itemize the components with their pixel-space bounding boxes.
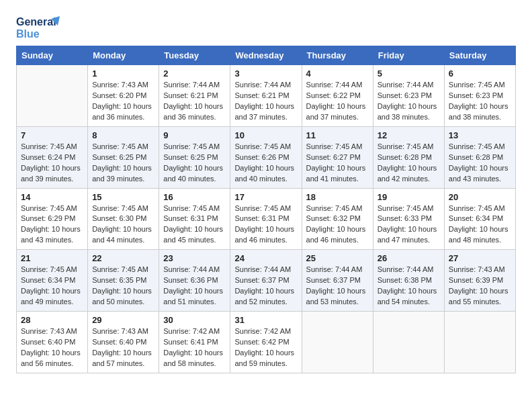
day-detail: Sunrise: 7:45 AM Sunset: 6:24 PM Dayligh… xyxy=(21,142,83,185)
day-number: 22 xyxy=(92,253,154,263)
weekday-header-wednesday: Wednesday xyxy=(230,46,302,65)
day-detail: Sunrise: 7:43 AM Sunset: 6:40 PM Dayligh… xyxy=(92,326,154,369)
weekday-header-monday: Monday xyxy=(88,46,159,65)
calendar-cell: 22Sunrise: 7:45 AM Sunset: 6:35 PM Dayli… xyxy=(88,250,159,312)
day-detail: Sunrise: 7:45 AM Sunset: 6:32 PM Dayligh… xyxy=(306,203,369,246)
day-number: 15 xyxy=(92,192,154,202)
day-number: 9 xyxy=(163,130,226,140)
calendar-cell: 13Sunrise: 7:45 AM Sunset: 6:28 PM Dayli… xyxy=(444,126,515,188)
day-number: 18 xyxy=(306,192,369,202)
day-detail: Sunrise: 7:44 AM Sunset: 6:37 PM Dayligh… xyxy=(306,265,369,308)
calendar-cell: 28Sunrise: 7:43 AM Sunset: 6:40 PM Dayli… xyxy=(17,312,88,373)
day-detail: Sunrise: 7:45 AM Sunset: 6:31 PM Dayligh… xyxy=(234,203,297,246)
calendar-week-row: 1Sunrise: 7:43 AM Sunset: 6:20 PM Daylig… xyxy=(17,65,516,127)
day-number: 6 xyxy=(449,68,511,79)
day-number: 16 xyxy=(163,192,226,202)
day-detail: Sunrise: 7:43 AM Sunset: 6:40 PM Dayligh… xyxy=(21,326,83,369)
calendar-cell: 3Sunrise: 7:44 AM Sunset: 6:21 PM Daylig… xyxy=(230,65,302,127)
day-detail: Sunrise: 7:42 AM Sunset: 6:41 PM Dayligh… xyxy=(163,326,226,369)
calendar-cell: 16Sunrise: 7:45 AM Sunset: 6:31 PM Dayli… xyxy=(159,188,230,250)
day-detail: Sunrise: 7:45 AM Sunset: 6:28 PM Dayligh… xyxy=(378,142,440,185)
page-header: GeneralBlue xyxy=(16,13,516,40)
calendar-cell: 31Sunrise: 7:42 AM Sunset: 6:42 PM Dayli… xyxy=(230,312,302,373)
day-detail: Sunrise: 7:45 AM Sunset: 6:34 PM Dayligh… xyxy=(21,265,83,308)
svg-text:General: General xyxy=(16,16,56,28)
weekday-header-row: SundayMondayTuesdayWednesdayThursdayFrid… xyxy=(17,46,516,65)
day-number: 20 xyxy=(449,192,511,202)
day-detail: Sunrise: 7:45 AM Sunset: 6:25 PM Dayligh… xyxy=(163,142,226,185)
day-number: 1 xyxy=(92,68,154,79)
calendar-cell: 18Sunrise: 7:45 AM Sunset: 6:32 PM Dayli… xyxy=(302,188,373,250)
day-number: 11 xyxy=(306,130,369,140)
day-detail: Sunrise: 7:45 AM Sunset: 6:27 PM Dayligh… xyxy=(306,142,369,185)
calendar-cell: 17Sunrise: 7:45 AM Sunset: 6:31 PM Dayli… xyxy=(230,188,302,250)
day-number: 7 xyxy=(21,130,83,140)
calendar-cell: 7Sunrise: 7:45 AM Sunset: 6:24 PM Daylig… xyxy=(17,126,88,188)
calendar-cell: 4Sunrise: 7:44 AM Sunset: 6:22 PM Daylig… xyxy=(302,65,373,127)
logo: GeneralBlue xyxy=(16,13,63,40)
day-number: 29 xyxy=(92,315,154,325)
calendar-cell: 12Sunrise: 7:45 AM Sunset: 6:28 PM Dayli… xyxy=(373,126,444,188)
day-number: 31 xyxy=(234,315,297,325)
day-detail: Sunrise: 7:43 AM Sunset: 6:20 PM Dayligh… xyxy=(92,80,154,123)
day-detail: Sunrise: 7:45 AM Sunset: 6:26 PM Dayligh… xyxy=(234,142,297,185)
day-detail: Sunrise: 7:43 AM Sunset: 6:39 PM Dayligh… xyxy=(449,265,511,308)
day-detail: Sunrise: 7:45 AM Sunset: 6:34 PM Dayligh… xyxy=(449,203,511,246)
calendar-cell: 29Sunrise: 7:43 AM Sunset: 6:40 PM Dayli… xyxy=(88,312,159,373)
day-number: 17 xyxy=(234,192,297,202)
day-detail: Sunrise: 7:45 AM Sunset: 6:33 PM Dayligh… xyxy=(378,203,440,246)
day-detail: Sunrise: 7:45 AM Sunset: 6:29 PM Dayligh… xyxy=(21,203,83,246)
day-number: 27 xyxy=(449,253,511,263)
day-number: 23 xyxy=(163,253,226,263)
day-detail: Sunrise: 7:44 AM Sunset: 6:36 PM Dayligh… xyxy=(163,265,226,308)
calendar-cell: 15Sunrise: 7:45 AM Sunset: 6:30 PM Dayli… xyxy=(88,188,159,250)
calendar-cell: 25Sunrise: 7:44 AM Sunset: 6:37 PM Dayli… xyxy=(302,250,373,312)
calendar-week-row: 28Sunrise: 7:43 AM Sunset: 6:40 PM Dayli… xyxy=(17,312,516,373)
calendar-cell: 1Sunrise: 7:43 AM Sunset: 6:20 PM Daylig… xyxy=(88,65,159,127)
day-detail: Sunrise: 7:45 AM Sunset: 6:28 PM Dayligh… xyxy=(449,142,511,185)
day-number: 13 xyxy=(449,130,511,140)
calendar-cell: 21Sunrise: 7:45 AM Sunset: 6:34 PM Dayli… xyxy=(17,250,88,312)
calendar-table: SundayMondayTuesdayWednesdayThursdayFrid… xyxy=(16,46,516,373)
day-number: 10 xyxy=(234,130,297,140)
day-number: 2 xyxy=(163,68,226,79)
calendar-cell xyxy=(373,312,444,373)
calendar-cell: 24Sunrise: 7:44 AM Sunset: 6:37 PM Dayli… xyxy=(230,250,302,312)
day-detail: Sunrise: 7:45 AM Sunset: 6:30 PM Dayligh… xyxy=(92,203,154,246)
day-detail: Sunrise: 7:44 AM Sunset: 6:21 PM Dayligh… xyxy=(163,80,226,123)
day-detail: Sunrise: 7:44 AM Sunset: 6:21 PM Dayligh… xyxy=(234,80,297,123)
day-number: 19 xyxy=(378,192,440,202)
calendar-cell xyxy=(302,312,373,373)
day-number: 25 xyxy=(306,253,369,263)
calendar-week-row: 21Sunrise: 7:45 AM Sunset: 6:34 PM Dayli… xyxy=(17,250,516,312)
calendar-cell: 10Sunrise: 7:45 AM Sunset: 6:26 PM Dayli… xyxy=(230,126,302,188)
day-detail: Sunrise: 7:45 AM Sunset: 6:35 PM Dayligh… xyxy=(92,265,154,308)
calendar-cell: 19Sunrise: 7:45 AM Sunset: 6:33 PM Dayli… xyxy=(373,188,444,250)
logo-svg: GeneralBlue xyxy=(16,13,63,40)
calendar-cell: 6Sunrise: 7:45 AM Sunset: 6:23 PM Daylig… xyxy=(444,65,515,127)
day-detail: Sunrise: 7:42 AM Sunset: 6:42 PM Dayligh… xyxy=(234,326,297,369)
day-number: 3 xyxy=(234,68,297,79)
calendar-cell: 8Sunrise: 7:45 AM Sunset: 6:25 PM Daylig… xyxy=(88,126,159,188)
weekday-header-thursday: Thursday xyxy=(302,46,373,65)
weekday-header-saturday: Saturday xyxy=(444,46,515,65)
calendar-cell: 2Sunrise: 7:44 AM Sunset: 6:21 PM Daylig… xyxy=(159,65,230,127)
day-number: 8 xyxy=(92,130,154,140)
day-number: 12 xyxy=(378,130,440,140)
day-detail: Sunrise: 7:44 AM Sunset: 6:23 PM Dayligh… xyxy=(378,80,440,123)
weekday-header-friday: Friday xyxy=(373,46,444,65)
day-number: 26 xyxy=(378,253,440,263)
day-detail: Sunrise: 7:45 AM Sunset: 6:23 PM Dayligh… xyxy=(449,80,511,123)
calendar-cell: 30Sunrise: 7:42 AM Sunset: 6:41 PM Dayli… xyxy=(159,312,230,373)
day-number: 21 xyxy=(21,253,83,263)
day-number: 5 xyxy=(378,68,440,79)
day-number: 24 xyxy=(234,253,297,263)
calendar-cell: 5Sunrise: 7:44 AM Sunset: 6:23 PM Daylig… xyxy=(373,65,444,127)
calendar-cell xyxy=(444,312,515,373)
weekday-header-sunday: Sunday xyxy=(17,46,88,65)
calendar-cell: 27Sunrise: 7:43 AM Sunset: 6:39 PM Dayli… xyxy=(444,250,515,312)
calendar-cell: 9Sunrise: 7:45 AM Sunset: 6:25 PM Daylig… xyxy=(159,126,230,188)
svg-text:Blue: Blue xyxy=(16,28,40,40)
day-detail: Sunrise: 7:45 AM Sunset: 6:31 PM Dayligh… xyxy=(163,203,226,246)
day-number: 14 xyxy=(21,192,83,202)
